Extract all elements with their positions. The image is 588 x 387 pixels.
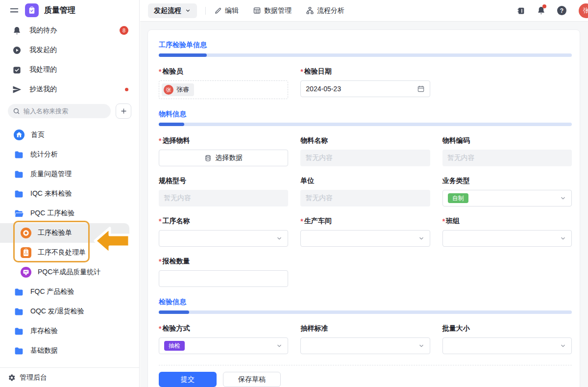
section-progress-bar [159, 123, 572, 126]
edit-button[interactable]: 编辑 [214, 6, 239, 15]
database-icon [204, 155, 212, 162]
business-type-tag: 自制 [448, 193, 468, 203]
sidebar: 质量管理 我的待办 8 我发起的 我处理的 抄送我的 [0, 0, 140, 387]
user-avatar[interactable]: 张 [579, 3, 588, 18]
data-management-button[interactable]: 数据管理 [253, 6, 292, 15]
field-label: 班组 [446, 217, 460, 226]
inspector-picker[interactable]: 张 张睿 [159, 80, 288, 99]
field-workshop: *生产车间 [300, 216, 430, 247]
field-process-name: *工序名称 [159, 216, 288, 247]
batch-size-select[interactable] [442, 337, 572, 354]
menu-inventory-inspection[interactable]: 库存检验 [0, 321, 139, 341]
sidebar-menu: 首页 统计分析 质量问题管理 IQC 来料检验 PQC 工序检验 工序检验单 工… [0, 125, 139, 361]
pencil-icon [214, 7, 222, 15]
notification-bell-icon[interactable] [537, 6, 546, 15]
submenu-process-inspection-sheet[interactable]: 工序检验单 [0, 223, 129, 243]
field-label: 物料名称 [300, 136, 328, 145]
required-mark: * [300, 217, 303, 225]
inspect-method-select[interactable]: 抽检 [159, 337, 288, 354]
spec-model-input: 暂无内容 [159, 190, 288, 206]
person-chip: 张 张睿 [162, 83, 194, 96]
search-input[interactable] [24, 107, 106, 115]
check-box-icon [12, 65, 22, 75]
nav-label: 抄送我的 [29, 85, 57, 94]
team-select[interactable] [442, 230, 572, 247]
field-team: *班组 [442, 216, 572, 247]
bell-icon [12, 26, 22, 35]
select-data-button[interactable]: 选择数据 [159, 150, 288, 166]
folder-icon [14, 169, 24, 180]
form-footer: 提交 保存草稿 [159, 365, 572, 387]
required-mark: * [159, 325, 161, 333]
section-progress-bar [159, 310, 572, 314]
menu-pqc[interactable]: PQC 工序检验 [0, 204, 139, 223]
admin-backend-link[interactable]: 管理后台 [0, 367, 139, 387]
submenu-pqc-quality-stats[interactable]: PQC半成品质量统计 [0, 262, 139, 282]
save-draft-button[interactable]: 保存草稿 [223, 372, 281, 387]
field-label: 生产车间 [304, 217, 332, 226]
placeholder-text: 暂无内容 [305, 154, 333, 162]
field-sampling-standard: 抽样标准 [300, 324, 430, 354]
menu-label: OQC 发/退货检验 [30, 307, 84, 316]
chevron-down-icon [276, 235, 283, 242]
nav-cc-to-me[interactable]: 抄送我的 [0, 79, 139, 99]
field-report-qty: *报检数量 [159, 257, 288, 287]
date-input[interactable]: 2024-05-23 [300, 80, 430, 97]
menu-label: 基础数据 [30, 346, 58, 355]
menu-statistics[interactable]: 统计分析 [0, 145, 139, 164]
menu-label: IQC 来料检验 [30, 189, 72, 198]
report-qty-input[interactable] [159, 270, 288, 287]
person-name: 张睿 [176, 85, 189, 94]
nav-my-todo[interactable]: 我的待办 8 [0, 21, 139, 40]
field-label: 检验日期 [304, 67, 332, 76]
field-label: 业务类型 [442, 177, 470, 185]
folder-icon [14, 307, 24, 317]
app-title: 质量管理 [44, 5, 75, 16]
menu-base-data[interactable]: 基础数据 [0, 341, 139, 361]
folder-icon [14, 346, 24, 356]
chevron-down-icon [560, 195, 566, 202]
submit-button[interactable]: 提交 [159, 372, 217, 387]
section-title-inspection-sheet: 工序检验单信息 [159, 41, 572, 50]
menu-label: PQC 工序检验 [30, 209, 74, 218]
submenu-process-defect-sheet[interactable]: 工序不良处理单 [0, 243, 139, 262]
flow-analysis-button[interactable]: 流程分析 [306, 6, 344, 15]
main-area: 发起流程 编辑 数据管理 流程分析 ? 张 工序检验单信 [140, 0, 588, 387]
material-code-input: 暂无内容 [442, 150, 572, 166]
quick-nav: 我的待办 8 我发起的 我处理的 抄送我的 [0, 21, 139, 99]
nav-initiated-by-me[interactable]: 我发起的 [0, 40, 139, 60]
menu-fqc[interactable]: FQC 产品检验 [0, 282, 139, 302]
field-inspect-method: *检验方式 抽检 [159, 324, 288, 354]
field-inspector: *检验员 张 张睿 [159, 67, 288, 99]
required-mark: * [159, 68, 161, 76]
collapse-menu-icon[interactable] [9, 5, 20, 16]
home-icon [14, 129, 24, 140]
process-name-select[interactable] [159, 230, 288, 247]
nav-handled-by-me[interactable]: 我处理的 [0, 60, 139, 79]
org-chart-icon [306, 6, 314, 15]
workshop-select[interactable] [300, 230, 430, 247]
sampling-standard-select[interactable] [300, 337, 430, 354]
menu-iqc[interactable]: IQC 来料检验 [0, 184, 139, 204]
search-box[interactable] [8, 104, 111, 118]
notebook-panel-icon[interactable] [516, 6, 525, 15]
menu-home[interactable]: 首页 [0, 125, 139, 145]
menu-quality-issues[interactable]: 质量问题管理 [0, 164, 139, 184]
field-label: 检验方式 [162, 324, 190, 333]
field-spec-model: 规格型号 暂无内容 [159, 176, 288, 206]
start-flow-button[interactable]: 发起流程 [148, 3, 197, 18]
field-label: 批量大小 [442, 324, 470, 333]
folder-icon [14, 287, 24, 297]
menu-label: 工序不良处理单 [38, 248, 86, 257]
field-inspect-date: *检验日期 2024-05-23 [300, 67, 430, 99]
help-icon[interactable]: ? [557, 6, 566, 15]
monitor-chart-icon [21, 267, 31, 278]
add-button[interactable] [116, 103, 131, 119]
field-label: 物料编码 [442, 136, 470, 145]
play-circle-icon [12, 46, 22, 55]
start-flow-label: 发起流程 [154, 6, 181, 15]
business-type-select[interactable]: 自制 [442, 190, 572, 206]
clipboard-report-icon [21, 247, 31, 258]
menu-oqc[interactable]: OQC 发/退货检验 [0, 302, 139, 321]
nav-label: 我的待办 [29, 26, 57, 35]
